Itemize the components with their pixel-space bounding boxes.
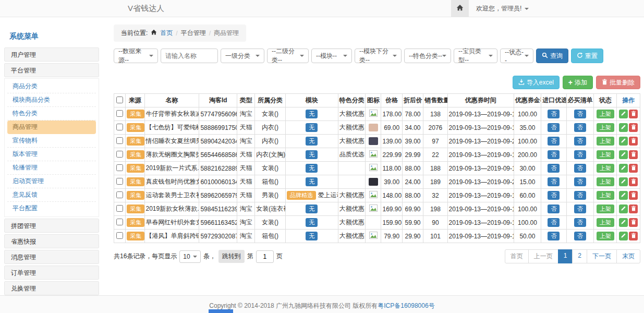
delete-button[interactable] — [629, 204, 638, 213]
delete-button[interactable] — [629, 177, 638, 186]
row-checkbox[interactable] — [116, 232, 123, 239]
pager-下一页[interactable]: 下一页 — [587, 249, 617, 263]
row-checkbox[interactable] — [116, 124, 123, 130]
imported-toggle[interactable]: 否 — [548, 191, 560, 200]
must-buy-toggle[interactable]: 否 — [574, 191, 586, 200]
sidebar-subitem-意见反馈[interactable]: 意见反馈 — [7, 188, 96, 202]
sidebar-item-消息管理[interactable]: 消息管理 — [4, 250, 99, 264]
edit-button[interactable] — [619, 150, 628, 159]
must-buy-toggle[interactable]: 否 — [574, 164, 586, 173]
imported-toggle[interactable]: 否 — [548, 150, 560, 160]
delete-button[interactable] — [629, 191, 638, 200]
pager-末页[interactable]: 末页 — [616, 249, 640, 263]
imported-toggle[interactable]: 否 — [548, 218, 560, 227]
status-badge[interactable]: 上架 — [597, 164, 614, 173]
edit-button[interactable] — [619, 232, 628, 240]
sidebar-subitem-版本管理[interactable]: 版本管理 — [7, 148, 96, 161]
must-buy-toggle[interactable]: 否 — [574, 204, 586, 214]
row-checkbox[interactable] — [116, 191, 123, 198]
must-buy-toggle[interactable]: 否 — [574, 137, 586, 146]
delete-button[interactable] — [629, 123, 638, 132]
status-badge[interactable]: 上架 — [597, 177, 614, 187]
edit-button[interactable] — [619, 110, 628, 118]
must-buy-toggle[interactable]: 否 — [574, 150, 586, 160]
must-buy-toggle[interactable]: 否 — [574, 110, 586, 119]
status-badge[interactable]: 上架 — [597, 218, 614, 227]
sidebar-subitem-商品管理[interactable]: 商品管理 — [7, 121, 96, 134]
delete-button[interactable] — [629, 232, 638, 240]
reset-button[interactable]: 重置 — [571, 49, 603, 63]
feature-category-select[interactable]: --特色分类-- — [404, 49, 451, 63]
status-badge[interactable]: 上架 — [597, 123, 614, 133]
row-checkbox[interactable] — [116, 110, 123, 117]
level2-category-select[interactable]: --二级分类-- — [267, 49, 309, 63]
sidebar-subitem-特色分类[interactable]: 特色分类 — [7, 107, 96, 121]
imported-toggle[interactable]: 否 — [548, 137, 560, 146]
delete-button[interactable] — [629, 137, 638, 146]
module-select[interactable]: --模块-- — [311, 49, 352, 63]
jump-page-input[interactable] — [256, 250, 274, 263]
row-checkbox[interactable] — [116, 205, 123, 212]
delete-button[interactable] — [629, 164, 638, 173]
sidebar-subitem-模块商品分类[interactable]: 模块商品分类 — [7, 93, 96, 107]
add-button[interactable]: + 添加 — [563, 76, 593, 89]
item-type-select[interactable]: --宝贝类型-- — [454, 49, 497, 63]
status-badge[interactable]: 上架 — [597, 232, 614, 241]
imported-toggle[interactable]: 否 — [548, 164, 560, 173]
edit-button[interactable] — [619, 137, 628, 146]
home-button[interactable] — [451, 0, 469, 17]
pager-1[interactable]: 1 — [558, 249, 573, 263]
row-checkbox[interactable] — [116, 178, 123, 185]
edit-button[interactable] — [619, 204, 628, 213]
must-buy-toggle[interactable]: 否 — [574, 218, 586, 227]
row-checkbox[interactable] — [116, 137, 123, 144]
delete-button[interactable] — [629, 150, 638, 159]
edit-button[interactable] — [619, 191, 628, 200]
jump-button[interactable]: 跳转到 — [218, 250, 245, 263]
level1-category-select[interactable]: 一级分类 — [221, 49, 264, 63]
sidebar-item-用户管理[interactable]: 用户管理 — [4, 47, 99, 62]
page-size-select[interactable]: 10 — [179, 250, 200, 263]
imported-toggle[interactable]: 否 — [548, 204, 560, 214]
imported-toggle[interactable]: 否 — [548, 177, 560, 187]
status-badge[interactable]: 上架 — [597, 150, 614, 160]
sidebar-subitem-启动页管理[interactable]: 启动页管理 — [7, 175, 96, 188]
sidebar-subitem-宣传物料[interactable]: 宣传物料 — [7, 134, 96, 148]
sidebar-item-省惠快报[interactable]: 省惠快报 — [4, 234, 99, 248]
delete-button[interactable] — [629, 110, 638, 118]
sidebar-item-平台管理[interactable]: 平台管理 — [4, 63, 99, 77]
sidebar-subitem-轮播管理[interactable]: 轮播管理 — [7, 161, 96, 175]
module-sub-category-select[interactable]: --模块下分类-- — [355, 49, 402, 63]
must-buy-toggle[interactable]: 否 — [574, 232, 586, 241]
pager-2[interactable]: 2 — [572, 249, 587, 263]
delete-button[interactable] — [629, 218, 638, 227]
imported-toggle[interactable]: 否 — [548, 232, 560, 241]
imported-toggle[interactable]: 否 — [548, 110, 560, 119]
must-buy-toggle[interactable]: 否 — [574, 177, 586, 187]
status-badge[interactable]: 上架 — [597, 204, 614, 214]
edit-button[interactable] — [619, 177, 628, 186]
select-all-checkbox[interactable] — [116, 97, 123, 103]
batch-delete-button[interactable]: 批量删除 — [596, 76, 640, 89]
imported-toggle[interactable]: 否 — [548, 123, 560, 133]
sidebar-item-拼团管理[interactable]: 拼团管理 — [4, 219, 99, 233]
import-excel-button[interactable]: 导入excel — [513, 76, 560, 89]
status-badge[interactable]: 上架 — [597, 110, 614, 119]
must-buy-toggle[interactable]: 否 — [574, 123, 586, 133]
sidebar-item-订单管理[interactable]: 订单管理 — [4, 266, 99, 280]
edit-button[interactable] — [619, 164, 628, 173]
status-badge[interactable]: 上架 — [597, 191, 614, 200]
name-search-input[interactable] — [161, 49, 218, 63]
search-button[interactable]: 查询 — [536, 49, 568, 63]
status-badge[interactable]: 上架 — [597, 137, 614, 146]
row-checkbox[interactable] — [116, 219, 123, 225]
data-source-select[interactable]: --数据来源-- — [114, 49, 158, 63]
edit-button[interactable] — [619, 123, 628, 132]
sidebar-item-兑换管理[interactable]: 兑换管理 — [4, 281, 99, 295]
sidebar-subitem-商品分类[interactable]: 商品分类 — [7, 80, 96, 93]
breadcrumb-home-link[interactable]: 首页 — [160, 29, 173, 38]
status-select[interactable]: --状态-- — [500, 49, 533, 63]
row-checkbox[interactable] — [116, 164, 123, 171]
row-checkbox[interactable] — [116, 151, 123, 158]
sidebar-subitem-平台配置[interactable]: 平台配置 — [7, 202, 96, 215]
